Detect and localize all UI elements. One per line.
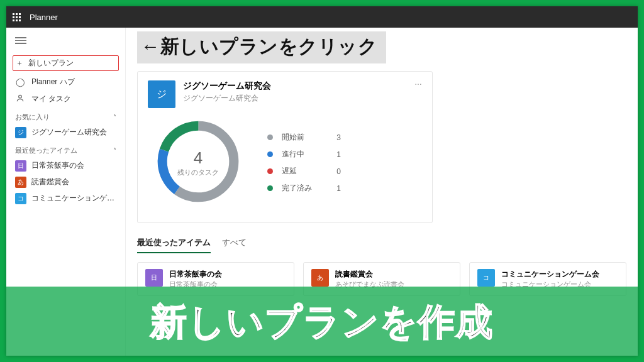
tasks-donut-chart: 4 残りのタスク xyxy=(148,114,248,211)
more-icon[interactable]: … xyxy=(414,78,423,87)
hub-label: Planner ハブ xyxy=(31,77,75,87)
plan-title: ジグソーゲーム研究会 xyxy=(183,80,271,92)
plan-subtitle: ジグソーゲーム研究会 xyxy=(183,93,271,104)
recent-tabs: 最近使ったアイテム すべて xyxy=(137,237,626,253)
my-tasks-label: マイ タスク xyxy=(31,94,71,104)
sidebar-recent-item[interactable]: コ コミュニケーションゲ… xyxy=(6,190,125,207)
plan-tile-icon: 日 xyxy=(15,160,26,172)
plan-tile-icon: 日 xyxy=(145,269,163,287)
legend-row: 遅延 0 xyxy=(267,163,341,180)
person-icon xyxy=(15,94,25,104)
tab-all[interactable]: すべて xyxy=(222,237,247,253)
plus-icon: ＋ xyxy=(16,58,23,69)
plan-tile-icon: あ xyxy=(311,269,329,287)
top-bar: Planner xyxy=(6,6,638,28)
new-plan-button[interactable]: ＋ 新しいプラン xyxy=(13,55,119,71)
new-plan-label: 新しいプラン xyxy=(28,58,74,69)
sidebar-favorite-item[interactable]: ジ ジグソーゲーム研究会 xyxy=(6,124,125,141)
favorites-section[interactable]: お気に入り ˄ xyxy=(6,107,125,124)
plan-tile-icon: コ xyxy=(477,269,495,287)
app-name: Planner xyxy=(30,13,58,22)
my-tasks-link[interactable]: マイ タスク xyxy=(6,90,125,107)
plan-tile-icon: ジ xyxy=(148,80,175,108)
chart-legend: 開始前 3 進行中 1 遅延 0 xyxy=(267,129,341,197)
plan-summary-card[interactable]: … ジ ジグソーゲーム研究会 ジグソーゲーム研究会 4 残りのタスク xyxy=(137,71,433,223)
tab-recent[interactable]: 最近使ったアイテム xyxy=(137,237,211,253)
circle-icon: ◯ xyxy=(15,77,25,87)
planner-hub-link[interactable]: ◯ Planner ハブ xyxy=(6,74,125,90)
remaining-count: 4 xyxy=(194,148,203,168)
plan-tile-icon: コ xyxy=(15,193,26,204)
legend-row: 開始前 3 xyxy=(267,129,341,146)
legend-row: 進行中 1 xyxy=(267,146,341,163)
annotation-callout: ←新しいプランをクリック xyxy=(137,31,386,63)
recent-section[interactable]: 最近使ったアイテム ˄ xyxy=(6,141,125,158)
app-window: Planner ＋ 新しいプラン ◯ Planner ハブ マイ タスク xyxy=(6,6,638,356)
sidebar-toggle[interactable] xyxy=(6,33,125,54)
svg-point-0 xyxy=(19,95,22,98)
chevron-up-icon: ˄ xyxy=(113,147,116,154)
remaining-label: 残りのタスク xyxy=(177,168,219,177)
plan-tile-icon: あ xyxy=(15,177,26,188)
app-launcher-icon[interactable] xyxy=(13,13,21,21)
sidebar-recent-item[interactable]: あ 読書鑑賞会 xyxy=(6,174,125,190)
chevron-up-icon: ˄ xyxy=(113,114,116,121)
annotation-banner: 新しいプランを作成 xyxy=(6,287,638,356)
legend-row: 完了済み 1 xyxy=(267,180,341,197)
plan-tile-icon: ジ xyxy=(15,127,26,138)
sidebar-recent-item[interactable]: 日 日常茶飯事の会 xyxy=(6,158,125,174)
